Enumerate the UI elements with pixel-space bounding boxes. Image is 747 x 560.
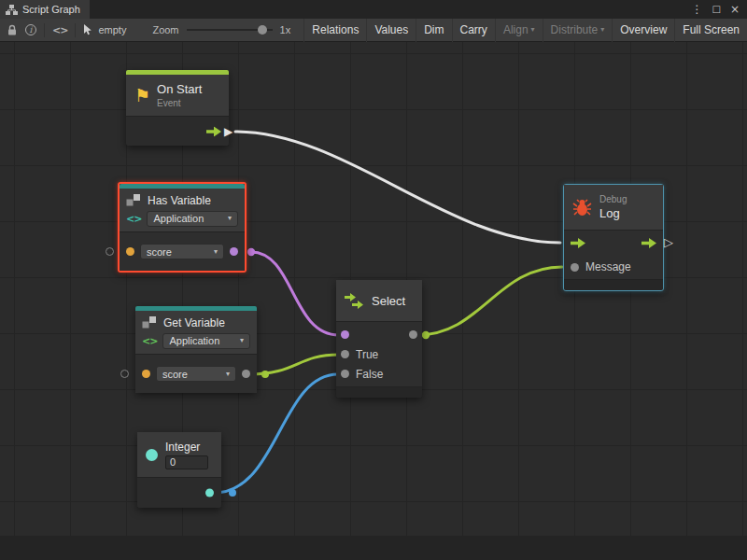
graph-canvas[interactable]: ⚑ On Start Event Has Variable <> (0, 42, 747, 560)
graph-icon (6, 5, 18, 15)
unconnected-target-port[interactable] (106, 247, 114, 256)
graph-asset-icon (83, 24, 93, 35)
toolbar-separator (75, 23, 76, 37)
toolbar-separator (44, 23, 45, 37)
node-select[interactable]: Select True False (336, 280, 422, 398)
dropdown-arrow-icon: ▾ (226, 371, 230, 378)
node-footer (336, 386, 422, 398)
maximize-icon[interactable]: □ (712, 0, 720, 19)
bug-icon (572, 199, 592, 217)
graph-breadcrumb[interactable]: empty (83, 24, 126, 35)
align-button: Align▾ (495, 19, 543, 42)
zoom-slider-handle[interactable] (258, 25, 267, 35)
code-icon: <> (126, 213, 141, 225)
node-title: On Start (157, 82, 202, 96)
wire-getvariable-to-select-true[interactable] (249, 355, 339, 374)
toolbar-button-group: Relations Values Dim Carry Align▾ Distri… (303, 19, 747, 42)
node-has-variable[interactable]: Has Variable <> Application ▾ score ▾ (118, 182, 247, 273)
integer-output-port[interactable] (205, 489, 214, 497)
canvas-bottom-edge (0, 536, 747, 560)
wire-start-marker[interactable] (261, 371, 269, 378)
value-output-port[interactable] (242, 370, 250, 378)
port-label: True (356, 348, 378, 361)
graph-toolbar: i <> empty Zoom 1x Relations Values Dim … (0, 19, 747, 42)
node-on-start[interactable]: ⚑ On Start Event (126, 70, 229, 146)
window-titlebar: Script Graph ⋮ □ × (0, 0, 747, 19)
overview-button[interactable]: Overview (612, 19, 674, 42)
node-title: Integer (165, 441, 208, 454)
result-output-port[interactable] (230, 247, 238, 256)
node-category: Debug (599, 194, 627, 204)
code-icon: <> (142, 335, 157, 347)
tab-script-graph[interactable]: Script Graph (0, 0, 90, 19)
flag-icon: ⚑ (134, 87, 150, 105)
node-integer[interactable]: Integer 0 (137, 432, 221, 508)
variable-name-input-port[interactable] (126, 247, 134, 256)
node-get-variable[interactable]: Get Variable <> Application ▾ score ▾ (135, 306, 257, 393)
node-footer (564, 279, 663, 290)
zoom-value: 1x (280, 24, 291, 35)
node-title: Log (599, 206, 627, 220)
variable-boxes-icon (126, 193, 142, 207)
dropdown-arrow-icon: ▾ (228, 215, 232, 222)
relations-button[interactable]: Relations (303, 19, 366, 42)
variable-name-dropdown[interactable]: score ▾ (156, 366, 236, 382)
control-output-port[interactable] (641, 238, 656, 248)
dropdown-arrow-icon: ▾ (600, 26, 604, 34)
scope-dropdown[interactable]: Application ▾ (162, 333, 250, 349)
wire-select-to-log-message[interactable] (417, 267, 562, 335)
connected-port-marker[interactable]: ▶ (224, 125, 233, 138)
port-label: False (356, 368, 383, 381)
dropdown-arrow-icon: ▾ (214, 248, 218, 256)
variable-boxes-icon (142, 315, 158, 329)
unconnected-port-marker[interactable]: ▷ (664, 236, 673, 249)
close-icon[interactable]: × (730, 0, 740, 19)
port-label: Message (585, 260, 631, 273)
fullscreen-button[interactable]: Full Screen (674, 19, 747, 42)
code-icon[interactable]: <> (52, 24, 67, 36)
message-input-port[interactable] (571, 263, 579, 272)
variable-name-input-port[interactable] (142, 370, 150, 378)
true-input-port[interactable] (341, 350, 349, 358)
dim-button[interactable]: Dim (416, 19, 451, 42)
lock-icon[interactable] (7, 24, 18, 36)
control-input-port[interactable] (571, 238, 585, 248)
select-icon (345, 293, 365, 309)
integer-value-field[interactable]: 0 (165, 455, 208, 469)
wire-hasvariable-to-select-condition[interactable] (251, 252, 339, 335)
condition-input-port[interactable] (341, 330, 349, 339)
wire-start-marker[interactable] (422, 331, 430, 339)
node-subtitle: Event (157, 98, 202, 108)
dropdown-arrow-icon: ▾ (240, 337, 244, 344)
wire-onstart-to-log[interactable] (235, 132, 560, 243)
breadcrumb-label: empty (98, 24, 126, 35)
node-title: Get Variable (163, 316, 225, 329)
distribute-button: Distribute▾ (543, 19, 613, 42)
wire-start-marker[interactable] (247, 248, 255, 256)
false-input-port[interactable] (341, 370, 349, 378)
kebab-menu-icon[interactable]: ⋮ (691, 0, 702, 19)
selection-output-port[interactable] (409, 330, 417, 339)
carry-button[interactable]: Carry (452, 19, 495, 42)
values-button[interactable]: Values (366, 19, 416, 42)
control-output-port[interactable] (206, 126, 221, 136)
node-title: Select (372, 294, 405, 308)
node-title: Has Variable (148, 194, 211, 207)
wire-start-marker[interactable] (229, 489, 236, 497)
zoom-slider[interactable] (187, 24, 273, 35)
unconnected-target-port[interactable] (120, 370, 129, 378)
integer-type-icon (146, 449, 158, 461)
info-icon[interactable]: i (25, 24, 36, 35)
node-debug-log[interactable]: Debug Log Message (563, 184, 664, 291)
tab-title: Script Graph (22, 4, 80, 15)
scope-dropdown[interactable]: Application ▾ (147, 211, 238, 227)
variable-name-dropdown[interactable]: score ▾ (140, 244, 224, 259)
zoom-label: Zoom (152, 24, 178, 35)
dropdown-arrow-icon: ▾ (531, 26, 535, 34)
